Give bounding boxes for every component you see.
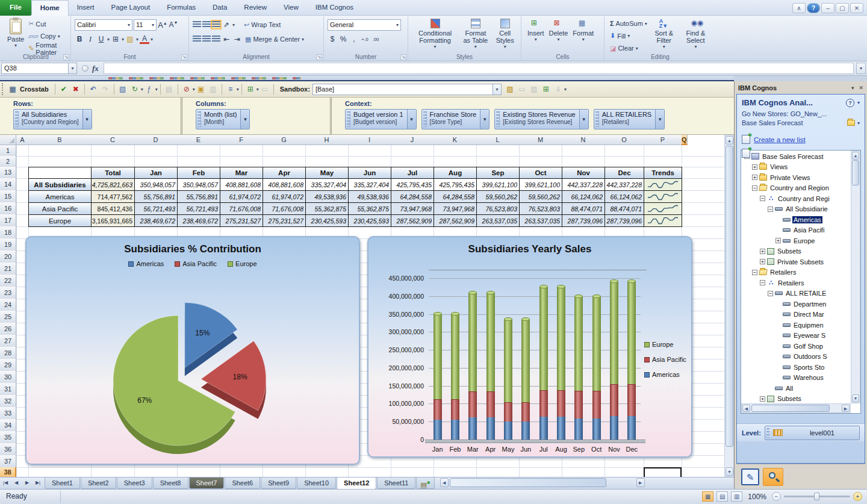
pane-menu-icon[interactable]: ▾ bbox=[851, 85, 854, 91]
sheet-tab-sheet11[interactable]: Sheet11 bbox=[377, 478, 415, 489]
table-month-cell[interactable]: 425,795,435 bbox=[391, 178, 434, 191]
row-header-19[interactable]: 19 bbox=[0, 238, 16, 251]
format-painter-button[interactable]: ✎Format Painter bbox=[26, 43, 67, 55]
row-header-31[interactable]: 31 bbox=[0, 383, 16, 396]
zoom-slider-thumb[interactable] bbox=[814, 493, 819, 500]
row-header-37[interactable]: 37 bbox=[0, 455, 16, 468]
row-header-22[interactable]: 22 bbox=[0, 275, 16, 287]
table-total-cell[interactable]: 3,165,931,665 bbox=[91, 214, 135, 227]
refresh-icon-dropdown[interactable]: ▾ bbox=[141, 87, 143, 92]
table-total-cell[interactable]: 714,477,562 bbox=[91, 190, 135, 203]
table-month-cell[interactable]: 71,676,008 bbox=[220, 202, 263, 215]
table-month-cell[interactable]: 425,795,435 bbox=[434, 178, 477, 191]
tab-view[interactable]: View bbox=[275, 0, 307, 16]
active-cell-Q38[interactable] bbox=[644, 467, 682, 477]
pane-close-icon[interactable]: ✕ bbox=[859, 85, 863, 91]
sheet-nav-2[interactable]: ▶ bbox=[22, 478, 33, 488]
insert-cells-button[interactable]: ⊞ Insert▾ bbox=[525, 17, 547, 52]
widget-dropdown-arrow[interactable]: ▼ bbox=[82, 110, 92, 129]
table-header-Total[interactable]: Total bbox=[91, 167, 135, 179]
tab-file[interactable]: File bbox=[0, 0, 31, 16]
zoom-out-button[interactable]: − bbox=[772, 492, 781, 501]
tree-vscrollbar[interactable]: ▲ ▼ bbox=[851, 151, 860, 403]
tree-expander[interactable]: − bbox=[752, 185, 757, 191]
tab-formulas[interactable]: Formulas bbox=[158, 0, 204, 16]
zoom-in-button[interactable]: + bbox=[853, 492, 862, 501]
spreadsheet-grid[interactable]: ABCDEFGHIJKLMNOPQ12131415161718192021222… bbox=[0, 135, 724, 477]
column-header-E[interactable]: E bbox=[177, 135, 220, 145]
sheet-tab-sheet2[interactable]: Sheet2 bbox=[81, 478, 116, 489]
column-header-B[interactable]: B bbox=[28, 135, 92, 145]
formula-input[interactable] bbox=[104, 63, 854, 74]
suppress-icon[interactable]: ⊘ bbox=[181, 84, 192, 95]
cognos-forecast-line[interactable]: Base Sales Forecast bbox=[742, 119, 847, 126]
table-header-Jan[interactable]: Jan bbox=[134, 167, 178, 179]
table-month-cell[interactable]: 263,537,035 bbox=[519, 214, 562, 227]
table-month-cell[interactable]: 66,124,062 bbox=[562, 190, 605, 203]
column-header-P[interactable]: P bbox=[644, 135, 682, 145]
table-header-Jun[interactable]: Jun bbox=[348, 167, 391, 179]
table-month-cell[interactable]: 49,538,936 bbox=[305, 190, 349, 203]
table-month-cell[interactable]: 263,537,035 bbox=[476, 214, 520, 227]
bold-button[interactable]: B bbox=[75, 35, 84, 43]
tree-view-icon[interactable]: ≡ bbox=[225, 84, 236, 95]
tree-item-private-views[interactable]: +Private Views bbox=[742, 172, 850, 183]
table-month-cell[interactable]: 442,337,228 bbox=[562, 178, 605, 191]
tree-item-views[interactable]: +Views bbox=[742, 162, 850, 173]
tree-item-subsets[interactable]: +Subsets bbox=[742, 394, 850, 403]
tab-home[interactable]: Home bbox=[31, 0, 69, 16]
clipboard-dialog-launcher[interactable]: ↘ bbox=[63, 54, 69, 60]
close-window-icon[interactable]: ✕ bbox=[850, 3, 863, 13]
comma-icon[interactable]: , bbox=[349, 35, 359, 43]
format-cells-button[interactable]: ▦ Format▾ bbox=[570, 17, 596, 52]
explore-tool-button[interactable] bbox=[763, 468, 783, 486]
table-month-cell[interactable]: 350,948,057 bbox=[177, 178, 220, 191]
table-month-cell[interactable]: 55,362,875 bbox=[348, 202, 391, 215]
table-month-cell[interactable]: 287,739,096 bbox=[604, 214, 644, 227]
table-header-blank[interactable] bbox=[28, 167, 92, 179]
row-header-30[interactable]: 30 bbox=[0, 371, 16, 384]
sheet-tab-sheet10[interactable]: Sheet10 bbox=[297, 478, 336, 489]
table-month-cell[interactable]: 350,948,057 bbox=[134, 178, 178, 191]
table-header-May[interactable]: May bbox=[305, 167, 349, 179]
cognos-title-dropdown[interactable]: ▾ bbox=[857, 100, 860, 105]
column-header-K[interactable]: K bbox=[434, 135, 477, 145]
name-box-dropdown[interactable]: ▾ bbox=[69, 63, 77, 74]
sheet-tab-sheet3[interactable]: Sheet3 bbox=[117, 478, 152, 489]
open-folder-icon[interactable] bbox=[847, 120, 855, 126]
column-header-M[interactable]: M bbox=[519, 135, 562, 145]
tab-ibm-cognos[interactable]: IBM Cognos bbox=[307, 0, 362, 16]
fx-icon[interactable]: fx bbox=[92, 64, 99, 73]
sheet-nav-1[interactable]: ◀ bbox=[11, 478, 22, 488]
column-header-I[interactable]: I bbox=[348, 135, 391, 145]
sandbox-input[interactable]: [Base] bbox=[312, 84, 493, 95]
row-header-15[interactable]: 15 bbox=[0, 190, 16, 203]
table-header-Apr[interactable]: Apr bbox=[263, 167, 306, 179]
merge-center-button[interactable]: ▦Merge & Center▾ bbox=[243, 33, 306, 45]
table-month-cell[interactable]: 287,562,909 bbox=[391, 214, 434, 227]
wrap-text-button[interactable]: ↩Wrap Text bbox=[242, 19, 282, 31]
row-header-13[interactable]: 13 bbox=[0, 167, 16, 179]
select-all-corner[interactable] bbox=[0, 135, 16, 145]
minimize-ribbon-icon[interactable]: ∧ bbox=[792, 3, 806, 13]
row-header-17[interactable]: 17 bbox=[0, 214, 16, 227]
restore-window-icon[interactable]: ▢ bbox=[836, 3, 849, 13]
minimize-window-icon[interactable]: – bbox=[821, 3, 834, 13]
tree-expander[interactable]: − bbox=[760, 280, 765, 285]
tree-item-private-subsets[interactable]: +Private Subsets bbox=[742, 257, 850, 267]
tree-view-icon-dropdown[interactable]: ▾ bbox=[237, 87, 239, 92]
row-header-21[interactable]: 21 bbox=[0, 263, 16, 275]
widget-dropdown-arrow[interactable]: ▼ bbox=[655, 110, 664, 129]
convert-to-formulas-icon-dropdown[interactable]: ▾ bbox=[256, 87, 259, 92]
widget-dropdown-arrow[interactable]: ▼ bbox=[579, 110, 588, 129]
sheet-tab-sheet8[interactable]: Sheet8 bbox=[153, 478, 188, 489]
undo-icon[interactable]: ↶ bbox=[88, 84, 99, 95]
trend-sparkline[interactable] bbox=[644, 190, 682, 203]
grid-vscrollbar[interactable]: ▲ ▼ bbox=[724, 135, 734, 477]
refresh-icon[interactable]: ↻ bbox=[129, 84, 140, 95]
tree-expander[interactable]: + bbox=[760, 259, 765, 264]
tree-expander[interactable]: − bbox=[760, 196, 765, 201]
tree-item-golf-shop[interactable]: Golf Shop bbox=[742, 341, 850, 352]
row-header-14[interactable]: 14 bbox=[0, 178, 16, 191]
row-header-23[interactable]: 23 bbox=[0, 287, 16, 299]
